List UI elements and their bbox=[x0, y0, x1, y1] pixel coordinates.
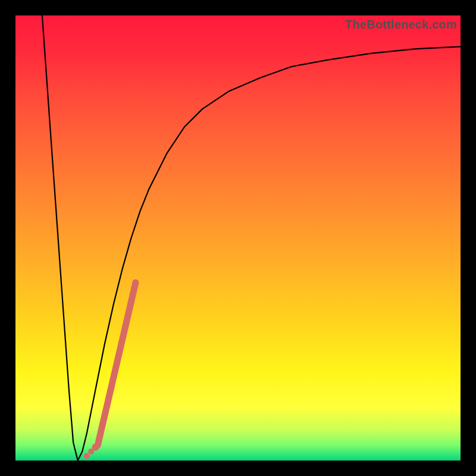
chart-frame: TheBottleneck.com bbox=[0, 0, 476, 476]
highlight-segment bbox=[98, 283, 136, 445]
plot-area: TheBottleneck.com bbox=[15, 15, 461, 461]
chart-svg bbox=[15, 15, 461, 461]
highlight-dot bbox=[92, 444, 99, 451]
highlight-dots bbox=[84, 444, 99, 459]
highlight-dot bbox=[84, 453, 90, 459]
bottleneck-curve bbox=[42, 15, 461, 461]
